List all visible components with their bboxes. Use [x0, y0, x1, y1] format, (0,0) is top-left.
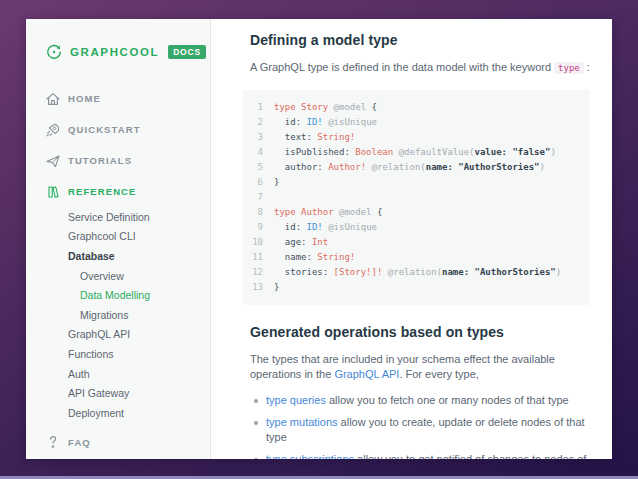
sidebar-subitem-service-definition[interactable]: Service Definition	[26, 207, 210, 227]
type-subscriptions-link[interactable]: type subscriptions	[266, 453, 354, 459]
home-icon	[45, 91, 61, 107]
docs-page: GRAPHCOOL DOCS HOME QUICKSTART	[26, 19, 612, 459]
logo-wordmark: GRAPHCOOL	[70, 46, 159, 58]
code-line: 10 age: Int	[243, 235, 590, 250]
inline-code-type: type	[554, 62, 584, 74]
sidebar-subitem-graphql-api[interactable]: GraphQL API	[26, 325, 210, 345]
graphcool-logo-icon	[45, 43, 63, 61]
sidebar-item-faq[interactable]: FAQ	[26, 427, 210, 458]
graphql-api-link[interactable]: GraphQL API	[334, 368, 399, 380]
code-line: 12 stories: [Story!]! @relation(name: "A…	[243, 265, 590, 280]
intro-text-before: A GraphQL type is defined in the data mo…	[250, 61, 554, 73]
line-number: 13	[243, 280, 274, 295]
line-number: 9	[243, 220, 274, 235]
sidebar-subitem-database[interactable]: Database	[26, 246, 210, 266]
sidebar-item-label: HOME	[68, 93, 101, 104]
sidebar-item-quickstart[interactable]: QUICKSTART	[26, 114, 210, 145]
line-number: 8	[243, 205, 274, 220]
operations-paragraph: The types that are included in your sche…	[250, 352, 590, 382]
line-number: 1	[243, 100, 274, 115]
code-line: 11 name: String!	[243, 250, 590, 265]
reference-sub-list: Service DefinitionGraphcool CLIDatabaseO…	[26, 207, 210, 423]
sidebar-subitem-auth[interactable]: Auth	[26, 364, 210, 384]
code-line: 4 isPublished: Boolean @defaultValue(val…	[243, 145, 590, 160]
line-number: 12	[243, 265, 274, 280]
line-number: 10	[243, 235, 274, 250]
type-mutations-link[interactable]: type mutations	[266, 416, 338, 428]
code-line: 7	[243, 190, 590, 205]
sidebar-subitem-overview[interactable]: Overview	[26, 266, 210, 286]
sidebar-subitem-api-gateway[interactable]: API Gateway	[26, 383, 210, 403]
rocket-icon	[45, 122, 61, 138]
intro-paragraph: A GraphQL type is defined in the data mo…	[250, 60, 590, 76]
line-number: 5	[243, 160, 274, 175]
sidebar-nav: HOME QUICKSTART TUTORIALS	[26, 83, 210, 458]
sidebar-item-label: FAQ	[68, 437, 91, 448]
book-icon	[45, 184, 61, 200]
sidebar-subitem-graphcool-cli[interactable]: Graphcool CLI	[26, 227, 210, 247]
intro-text-after: :	[584, 61, 590, 73]
line-number: 4	[243, 145, 274, 160]
para-text-after: . For every type,	[399, 368, 478, 380]
sidebar-subitem-data-modelling[interactable]: Data Modelling	[26, 285, 210, 305]
sidebar-item-label: REFERENCE	[68, 186, 137, 197]
type-queries-link[interactable]: type queries	[266, 394, 326, 406]
main-content: Defining a model type A GraphQL type is …	[211, 19, 612, 459]
line-number: 2	[243, 115, 274, 130]
sidebar-item-reference[interactable]: REFERENCE	[26, 176, 210, 207]
operation-bullet: type queries allow you to fetch one or m…	[250, 393, 590, 408]
graphcool-logo[interactable]: GRAPHCOOL DOCS	[45, 43, 210, 61]
line-number: 3	[243, 130, 274, 145]
code-line: 5 author: Author! @relation(name: "Autho…	[243, 160, 590, 175]
sidebar-subitem-migrations[interactable]: Migrations	[26, 305, 210, 325]
section-heading-generated-operations: Generated operations based on types	[250, 324, 590, 340]
sidebar-item-tutorials[interactable]: TUTORIALS	[26, 145, 210, 176]
bullet-text: allow you to fetch one or many nodes of …	[326, 394, 569, 406]
code-line: 9 id: ID! @isUnique	[243, 220, 590, 235]
operation-bullet: type mutations allow you to create, upda…	[250, 415, 590, 445]
sidebar: GRAPHCOOL DOCS HOME QUICKSTART	[26, 19, 211, 459]
line-number: 7	[243, 190, 274, 205]
operations-list: type queries allow you to fetch one or m…	[250, 393, 590, 459]
line-number: 6	[243, 175, 274, 190]
paper-plane-icon	[45, 153, 61, 169]
sidebar-item-home[interactable]: HOME	[26, 83, 210, 114]
question-icon	[45, 434, 61, 450]
sidebar-subitem-functions[interactable]: Functions	[26, 344, 210, 364]
code-line: 2 id: ID! @isUnique	[243, 115, 590, 130]
line-number: 11	[243, 250, 274, 265]
docs-badge: DOCS	[168, 45, 206, 59]
code-line: 1type Story @model {	[243, 100, 590, 115]
sidebar-item-label: TUTORIALS	[68, 155, 132, 166]
section-heading-defining-model-type: Defining a model type	[250, 32, 590, 48]
operation-bullet: type subscriptions allow you to get noti…	[250, 452, 590, 459]
code-line: 13}	[243, 280, 590, 295]
code-line: 3 text: String!	[243, 130, 590, 145]
sidebar-item-label: QUICKSTART	[68, 124, 141, 135]
code-line: 8type Author @model {	[243, 205, 590, 220]
graphql-code-block[interactable]: 1type Story @model {2 id: ID! @isUnique3…	[243, 90, 590, 305]
sidebar-subitem-deployment[interactable]: Deployment	[26, 403, 210, 423]
code-line: 6}	[243, 175, 590, 190]
